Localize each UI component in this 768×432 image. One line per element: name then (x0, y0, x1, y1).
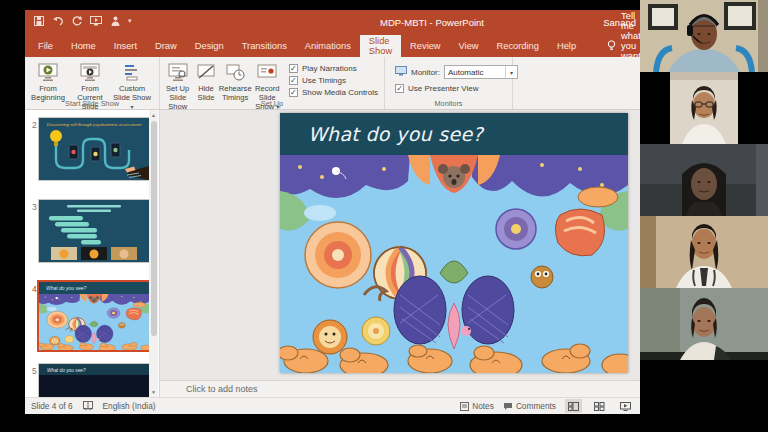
group-label-start-slide-show: Start Slide Show (25, 99, 159, 108)
slide-title-band[interactable]: What do you see? (280, 113, 628, 155)
checkbox-checked-icon: ✓ (289, 88, 298, 97)
powerpoint-window: ▾ MDP-MBTI - PowerPoint Sanand San File … (25, 10, 640, 414)
custom-slide-show-icon (121, 61, 143, 84)
ribbon-empty-space (513, 57, 640, 109)
comments-toggle-button[interactable]: Comments (503, 401, 556, 411)
use-timings-checkbox[interactable]: ✓ Use Timings (289, 76, 378, 85)
tab-review[interactable]: Review (401, 35, 449, 57)
show-media-controls-checkbox[interactable]: ✓ Show Media Controls (289, 88, 378, 97)
qat-customize-caret-icon[interactable]: ▾ (128, 17, 132, 25)
hide-slide-icon (196, 61, 216, 84)
slide-thumbnail-pane: 2 Discovering self through psychometric … (25, 110, 160, 397)
title-bar: ▾ MDP-MBTI - PowerPoint Sanand (25, 10, 640, 35)
thumbnail-slide-3[interactable]: 3 (25, 200, 159, 270)
participant-video-1[interactable] (640, 0, 768, 72)
status-bar: Slide 4 of 6 English (India) Notes Comme… (25, 397, 640, 414)
quick-access-toolbar: ▾ (33, 15, 132, 27)
tab-design[interactable]: Design (186, 35, 233, 57)
set-up-slide-show-icon (167, 61, 189, 84)
normal-view-button[interactable] (565, 399, 582, 413)
notes-placeholder[interactable]: Click to add notes (160, 384, 258, 394)
save-button[interactable] (33, 15, 45, 27)
monitor-label: Monitor: (411, 68, 440, 77)
repeat-button[interactable] (71, 15, 83, 27)
slide-canvas[interactable]: What do you see? (280, 113, 628, 373)
lightbulb-icon (607, 40, 616, 53)
language-status[interactable]: English (India) (103, 401, 156, 411)
svg-text:What do you see?: What do you see? (47, 368, 86, 373)
play-narrations-checkbox[interactable]: ✓ Play Narrations (289, 64, 378, 73)
ribbon-tab-bar: File Home Insert Draw Design Transitions… (25, 35, 640, 57)
slide-indicator: Slide 4 of 6 (31, 401, 73, 411)
from-current-slide-icon (79, 61, 101, 84)
group-label-monitors: Monitors (385, 99, 512, 108)
participant-video-2[interactable] (640, 72, 768, 144)
svg-text:Discovering self through psych: Discovering self through psychometric as… (47, 122, 142, 127)
monitor-select[interactable]: Automatic ▾ (444, 65, 518, 79)
slide-show-view-button[interactable] (617, 399, 634, 413)
thumbnail-slide-4[interactable]: 4 What do you see? (25, 282, 159, 358)
tab-home[interactable]: Home (62, 35, 105, 57)
record-slide-show-icon (256, 61, 278, 84)
thumbnail-slide-5[interactable]: 5 What do you see? (25, 364, 159, 397)
tab-slide-show[interactable]: Slide Show (360, 35, 401, 57)
window-title: MDP-MBTI - PowerPoint (380, 10, 484, 35)
tab-recording[interactable]: Recording (488, 35, 548, 57)
checkbox-checked-icon: ✓ (289, 64, 298, 73)
tab-animations[interactable]: Animations (296, 35, 360, 57)
thumbnail-scrollbar[interactable]: ▲ ▼ (149, 110, 158, 397)
tab-view[interactable]: View (450, 35, 488, 57)
from-beginning-icon (37, 61, 59, 84)
clock-icon (226, 61, 245, 84)
monitor-icon (395, 66, 407, 78)
scroll-up-icon[interactable]: ▲ (149, 110, 158, 120)
scrollbar-thumb[interactable] (151, 121, 157, 336)
tab-help[interactable]: Help (548, 35, 585, 57)
tab-insert[interactable]: Insert (105, 35, 146, 57)
start-from-beginning-button[interactable] (90, 15, 102, 27)
tell-me-search[interactable]: Tell me what you want to do (599, 35, 640, 57)
hide-slide-button[interactable]: Hide Slide (193, 59, 218, 102)
video-participants-panel (640, 0, 768, 432)
slide-sorter-view-button[interactable] (591, 399, 608, 413)
ribbon-slide-show: From Beginning From Current Slide Custom… (25, 57, 640, 110)
use-presenter-view-checkbox[interactable]: ✓ Use Presenter View (395, 84, 518, 93)
participant-video-3[interactable] (640, 144, 768, 216)
tab-file[interactable]: File (29, 35, 62, 57)
slide-title[interactable]: What do you see? (280, 123, 483, 145)
notes-toggle-button[interactable]: Notes (460, 401, 494, 411)
setup-checkboxes: ✓ Play Narrations ✓ Use Timings ✓ Show M… (283, 59, 382, 97)
ribbon-group-set-up: Set Up Slide Show Hide Slide Rehearse Ti… (160, 57, 385, 109)
participant-video-5[interactable] (640, 288, 768, 360)
screen: { "titlebar": { "title": "MDP-MBTI - Pow… (0, 0, 768, 432)
slide-artwork[interactable] (280, 155, 628, 373)
slide-editor-area: What do you see? Click to add notes (160, 110, 640, 397)
ribbon-group-start-slide-show: From Beginning From Current Slide Custom… (25, 57, 160, 109)
rehearse-timings-button[interactable]: Rehearse Timings (219, 59, 252, 102)
tab-transitions[interactable]: Transitions (233, 35, 296, 57)
thumbnail-slide-2[interactable]: 2 Discovering self through psychometric … (25, 118, 159, 188)
group-label-set-up: Set Up (160, 99, 384, 108)
from-beginning-button[interactable]: From Beginning (27, 59, 69, 102)
presenter-icon[interactable] (109, 15, 121, 27)
undo-button[interactable] (52, 15, 64, 27)
scroll-down-icon[interactable]: ▼ (149, 387, 158, 397)
notes-pane[interactable]: Click to add notes (160, 380, 640, 397)
workspace: 2 Discovering self through psychometric … (25, 110, 640, 397)
ribbon-group-monitors: Monitor: Automatic ▾ ✓ Use Presenter Vie… (385, 57, 513, 109)
tab-draw[interactable]: Draw (146, 35, 186, 57)
checkbox-checked-icon: ✓ (395, 84, 404, 93)
proofing-icon[interactable] (83, 401, 93, 412)
participant-video-4[interactable] (640, 216, 768, 288)
checkbox-checked-icon: ✓ (289, 76, 298, 85)
